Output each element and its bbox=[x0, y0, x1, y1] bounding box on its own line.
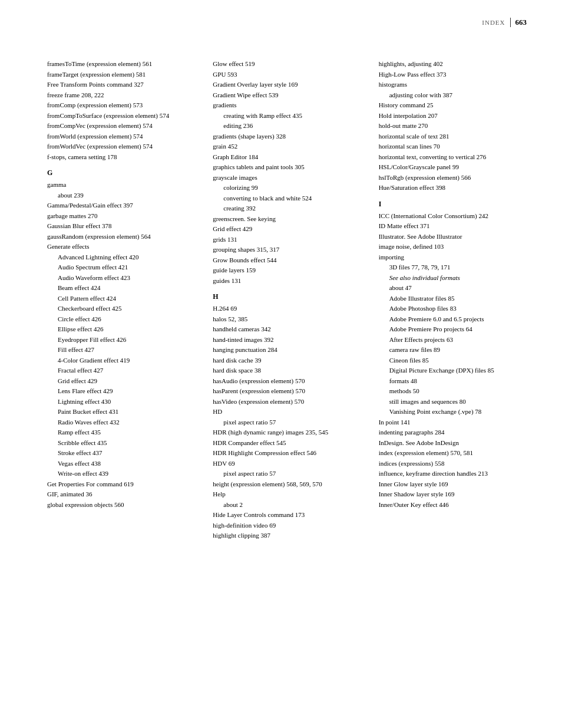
index-entry: fromWorld (expression element) 574 bbox=[47, 131, 195, 141]
index-entry: garbage mattes 270 bbox=[47, 211, 195, 221]
index-entry: formats 48 bbox=[379, 376, 527, 386]
index-entry: G bbox=[47, 169, 195, 177]
index-entry: History command 25 bbox=[379, 100, 527, 110]
index-entry: Grid effect 429 bbox=[47, 376, 195, 386]
index-entry: fromCompToSurface (expression element) 5… bbox=[47, 111, 195, 121]
index-entry: hard disk space 38 bbox=[213, 365, 361, 375]
index-entry: Ellipse effect 426 bbox=[47, 324, 195, 334]
index-entry: Adobe Illustrator files 85 bbox=[379, 294, 527, 304]
index-entry: Checkerboard effect 425 bbox=[47, 304, 195, 314]
index-entry: creating 392 bbox=[213, 203, 361, 213]
index-entry: indenting paragraphs 284 bbox=[379, 427, 527, 437]
index-entry: In point 141 bbox=[379, 417, 527, 427]
index-entry: graphics tablets and paint tools 305 bbox=[213, 162, 361, 172]
index-entry: Grow Bounds effect 544 bbox=[213, 255, 361, 265]
index-entry: hasParent (expression element) 570 bbox=[213, 386, 361, 396]
index-entry: I bbox=[379, 200, 527, 209]
index-entry: HDR (high dynamic range) images 235, 545 bbox=[213, 427, 361, 437]
index-entry: grayscale images bbox=[213, 173, 361, 183]
index-entry: highlight clipping 387 bbox=[213, 531, 361, 541]
column-3: highlights, adjusting 402High-Low Pass e… bbox=[379, 59, 527, 541]
index-entry: After Effects projects 63 bbox=[379, 335, 527, 345]
index-entry: Adobe Premiere Pro projects 64 bbox=[379, 324, 527, 334]
index-entry: H bbox=[213, 292, 361, 301]
index-entry: greenscreen. See keying bbox=[213, 214, 361, 224]
index-entry: InDesign. See Adobe InDesign bbox=[379, 438, 527, 448]
index-entry: Circle effect 426 bbox=[47, 314, 195, 324]
index-entry: gaussRandom (expression element) 564 bbox=[47, 232, 195, 242]
index-entry: colorizing 99 bbox=[213, 183, 361, 193]
index-entry: Hide Layer Controls command 173 bbox=[213, 510, 361, 520]
index-entry: handheld cameras 342 bbox=[213, 324, 361, 334]
column-2: Glow effect 519GPU 593Gradient Overlay l… bbox=[213, 59, 361, 541]
index-entry: hasAudio (expression element) 570 bbox=[213, 376, 361, 386]
index-entry: hold-out matte 270 bbox=[379, 121, 527, 131]
index-entry: Get Properties For command 619 bbox=[47, 479, 195, 489]
index-entry: Eyedropper Fill effect 426 bbox=[47, 335, 195, 345]
index-entry: frameTarget (expression element) 581 bbox=[47, 70, 195, 80]
index-entry: adjusting color with 387 bbox=[379, 90, 527, 100]
index-entry: halos 52, 385 bbox=[213, 314, 361, 324]
index-entry: See also individual formats bbox=[379, 273, 527, 283]
index-entry: framesToTime (expression element) 561 bbox=[47, 59, 195, 69]
index-entry: horizontal scale of text 281 bbox=[379, 131, 527, 141]
index-entry: camera raw files 89 bbox=[379, 345, 527, 355]
index-entry: methods 50 bbox=[379, 386, 527, 396]
header-divider bbox=[510, 18, 511, 27]
index-entry: creating with Ramp effect 435 bbox=[213, 111, 361, 121]
index-entry: ICC (International Color Consortium) 242 bbox=[379, 211, 527, 221]
index-entry: Fill effect 427 bbox=[47, 345, 195, 355]
index-entry: Generate effects bbox=[47, 242, 195, 252]
index-entry: hand-tinted images 392 bbox=[213, 335, 361, 345]
index-entry: image noise, defined 103 bbox=[379, 242, 527, 252]
index-entry: high-definition video 69 bbox=[213, 521, 361, 531]
index-entry: Inner/Outer Key effect 446 bbox=[379, 500, 527, 510]
index-entry: global expression objects 560 bbox=[47, 500, 195, 510]
index-entry: guide layers 159 bbox=[213, 265, 361, 275]
index-entry: H.264 69 bbox=[213, 304, 361, 314]
index-label: INDEX bbox=[482, 19, 505, 26]
index-entry: guides 131 bbox=[213, 276, 361, 286]
index-entry: grids 131 bbox=[213, 235, 361, 245]
index-entry: about 47 bbox=[379, 283, 527, 293]
index-entry: Beam effect 424 bbox=[47, 283, 195, 293]
index-entry: Gradient Overlay layer style 169 bbox=[213, 80, 361, 90]
index-entry: Lens Flare effect 429 bbox=[47, 386, 195, 396]
column-1: framesToTime (expression element) 561fra… bbox=[47, 59, 195, 541]
index-entry: HDV 69 bbox=[213, 459, 361, 469]
index-entry: Cineon files 85 bbox=[379, 355, 527, 365]
index-entry: f-stops, camera setting 178 bbox=[47, 152, 195, 162]
index-entry: gradients bbox=[213, 100, 361, 110]
index-entry: HDR Compander effect 545 bbox=[213, 438, 361, 448]
index-entry: Free Transform Points command 327 bbox=[47, 80, 195, 90]
index-entry: Stroke effect 437 bbox=[47, 448, 195, 458]
index-entry: indices (expressions) 558 bbox=[379, 459, 527, 469]
index-entry: highlights, adjusting 402 bbox=[379, 59, 527, 69]
index-entry: Grid effect 429 bbox=[213, 224, 361, 234]
index-entry: Audio Spectrum effect 421 bbox=[47, 262, 195, 272]
index-entry: Gaussian Blur effect 378 bbox=[47, 221, 195, 231]
index-entry: hslToRgb (expression element) 566 bbox=[379, 173, 527, 183]
index-entry: grain 452 bbox=[213, 141, 361, 151]
page-header: INDEX 663 bbox=[482, 18, 527, 27]
index-entry: Glow effect 519 bbox=[213, 59, 361, 69]
index-entry: Hue/Saturation effect 398 bbox=[379, 183, 527, 193]
index-entry: height (expression element) 568, 569, 57… bbox=[213, 479, 361, 489]
index-entry: horizontal scan lines 70 bbox=[379, 141, 527, 151]
index-entry: Gamma/Pedestal/Gain effect 397 bbox=[47, 200, 195, 210]
index-entry: hasVideo (expression element) 570 bbox=[213, 397, 361, 407]
index-entry: editing 236 bbox=[213, 121, 361, 131]
index-entry: Scribble effect 435 bbox=[47, 438, 195, 448]
index-entry: gamma bbox=[47, 180, 195, 190]
index-entry: importing bbox=[379, 252, 527, 262]
index-entry: 3D files 77, 78, 79, 171 bbox=[379, 262, 527, 272]
index-entry: 4-Color Gradient effect 419 bbox=[47, 355, 195, 365]
page-number: 663 bbox=[515, 18, 527, 27]
index-entry: Cell Pattern effect 424 bbox=[47, 294, 195, 304]
index-entry: Hold interpolation 207 bbox=[379, 111, 527, 121]
index-entry: grouping shapes 315, 317 bbox=[213, 245, 361, 255]
index-entry: Fractal effect 427 bbox=[47, 365, 195, 375]
index-entry: Lightning effect 430 bbox=[47, 397, 195, 407]
index-entry: HDR Highlight Compression effect 546 bbox=[213, 448, 361, 458]
index-entry: about 2 bbox=[213, 500, 361, 510]
